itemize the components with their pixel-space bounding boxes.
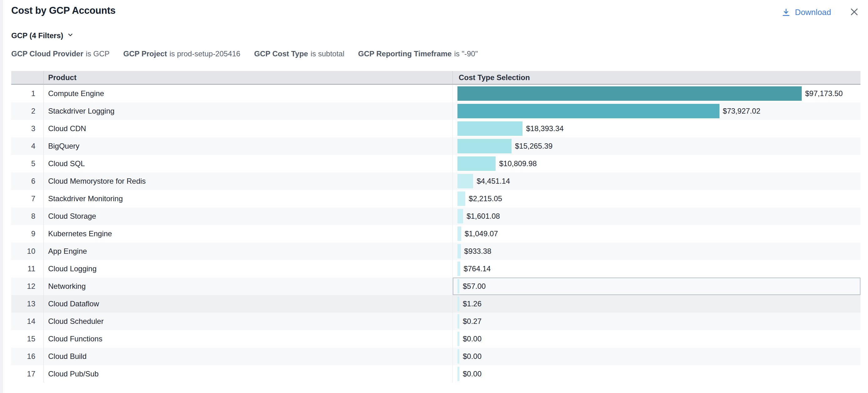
- download-button[interactable]: Download: [781, 7, 831, 17]
- row-index: 2: [11, 102, 44, 120]
- product-cell[interactable]: Stackdriver Logging: [44, 102, 453, 120]
- value-label: $0.27: [463, 317, 482, 326]
- value-cell[interactable]: $1,601.08: [453, 207, 861, 225]
- header-value-column[interactable]: Cost Type Selection: [453, 71, 861, 84]
- filter-summary-dropdown[interactable]: GCP (4 Filters): [11, 31, 74, 40]
- value-cell[interactable]: $764.14: [453, 260, 861, 277]
- product-name: BigQuery: [48, 142, 80, 151]
- product-name: Compute Engine: [48, 89, 104, 98]
- product-cell[interactable]: Cloud Dataflow: [44, 295, 453, 312]
- value-cell[interactable]: $0.00: [453, 347, 861, 365]
- row-index: 17: [11, 365, 44, 383]
- value-cell[interactable]: $1,049.07: [453, 225, 861, 242]
- table-row: 6 Cloud Memorystore for Redis $4,451.14: [11, 173, 861, 190]
- product-name: Networking: [48, 282, 86, 291]
- filter-relation: is GCP: [86, 50, 110, 58]
- product-cell[interactable]: Stackdriver Monitoring: [44, 190, 453, 207]
- value-label: $1.26: [463, 299, 482, 308]
- value-cell[interactable]: $933.38: [453, 242, 861, 260]
- close-icon: [849, 7, 859, 18]
- product-name: Cloud Functions: [48, 334, 102, 343]
- value-cell[interactable]: $4,451.14: [453, 173, 861, 190]
- close-button[interactable]: [849, 7, 859, 18]
- product-cell[interactable]: Cloud CDN: [44, 120, 453, 138]
- chevron-down-icon: [67, 31, 74, 40]
- page-title: Cost by GCP Accounts: [11, 5, 116, 16]
- value-cell[interactable]: $10,809.98: [453, 155, 861, 173]
- product-cell[interactable]: Cloud Storage: [44, 207, 453, 225]
- value-cell[interactable]: $1.26: [453, 295, 861, 312]
- table-row: 16 Cloud Build $0.00: [11, 347, 861, 365]
- filter-summary-label: GCP (4 Filters): [11, 31, 63, 40]
- cost-bar: [458, 367, 459, 381]
- value-label: $18,393.34: [526, 124, 563, 133]
- value-label: $933.38: [464, 247, 492, 255]
- product-cell[interactable]: Cloud Logging: [44, 260, 453, 277]
- product-cell[interactable]: BigQuery: [44, 138, 453, 155]
- product-cell[interactable]: Cloud Pub/Sub: [44, 365, 453, 383]
- value-cell[interactable]: $73,927.02: [453, 102, 861, 120]
- value-label: $4,451.14: [476, 177, 510, 186]
- cost-by-gcp-accounts-dialog: Cost by GCP Accounts Download GCP (4 Fil…: [0, 0, 868, 393]
- table-header: Product Cost Type Selection: [11, 71, 861, 85]
- value-cell[interactable]: $18,393.34: [453, 120, 861, 138]
- product-cell[interactable]: App Engine: [44, 242, 453, 260]
- filter-chip-timeframe: GCP Reporting Timeframeis "-90": [358, 50, 478, 58]
- product-cell[interactable]: Compute Engine: [44, 85, 453, 102]
- download-icon: [781, 8, 791, 17]
- value-cell[interactable]: $0.00: [453, 330, 861, 347]
- product-cell[interactable]: Cloud SQL: [44, 155, 453, 173]
- cost-bar: [458, 279, 459, 294]
- product-cell[interactable]: Cloud Build: [44, 347, 453, 365]
- product-cell[interactable]: Cloud Scheduler: [44, 312, 453, 330]
- value-label: $0.00: [463, 369, 482, 378]
- table-row: 3 Cloud CDN $18,393.34: [11, 120, 861, 138]
- product-name: Cloud CDN: [48, 124, 86, 133]
- table-row: 15 Cloud Functions $0.00: [11, 330, 861, 347]
- value-cell[interactable]: $0.00: [453, 365, 861, 383]
- value-cell[interactable]: $57.00: [453, 277, 861, 295]
- table-row: 7 Stackdriver Monitoring $2,215.05: [11, 190, 861, 207]
- cost-bar: [458, 262, 460, 276]
- value-cell[interactable]: $97,173.50: [453, 85, 861, 102]
- product-name: Stackdriver Logging: [48, 107, 115, 116]
- table-row: 4 BigQuery $15,265.39: [11, 138, 861, 155]
- product-name: Cloud Logging: [48, 264, 97, 273]
- filter-chip-project: GCP Projectis prod-setup-205416: [123, 50, 240, 58]
- product-cell[interactable]: Cloud Functions: [44, 330, 453, 347]
- value-label: $1,601.08: [467, 212, 500, 220]
- value-label: $2,215.05: [469, 194, 502, 203]
- value-cell[interactable]: $15,265.39: [453, 138, 861, 155]
- product-cell[interactable]: Kubernetes Engine: [44, 225, 453, 242]
- product-cell[interactable]: Networking: [44, 277, 453, 295]
- header-actions: Download: [781, 7, 859, 18]
- value-cell[interactable]: $2,215.05: [453, 190, 861, 207]
- value-cell[interactable]: $0.27: [453, 312, 861, 330]
- download-label: Download: [795, 7, 831, 17]
- filter-field: GCP Cloud Provider: [11, 50, 83, 58]
- product-cell[interactable]: Cloud Memorystore for Redis: [44, 173, 453, 190]
- row-index: 5: [11, 155, 44, 173]
- table-row: 8 Cloud Storage $1,601.08: [11, 207, 861, 225]
- header-product-column[interactable]: Product: [44, 71, 453, 84]
- value-label: $97,173.50: [805, 89, 843, 98]
- cost-bar: [458, 121, 523, 136]
- cost-bar: [458, 174, 473, 188]
- filter-relation: is "-90": [454, 50, 478, 58]
- cost-bar: [458, 297, 459, 311]
- row-index: 8: [11, 207, 44, 225]
- filter-chip-cloud-provider: GCP Cloud Provideris GCP: [11, 50, 110, 58]
- cost-bar: [458, 104, 719, 118]
- row-index: 3: [11, 120, 44, 138]
- value-label: $10,809.98: [499, 159, 536, 168]
- value-label: $57.00: [463, 282, 486, 291]
- product-name: Cloud Pub/Sub: [48, 369, 98, 378]
- table-row: 13 Cloud Dataflow $1.26: [11, 295, 861, 312]
- row-index: 4: [11, 138, 44, 155]
- header-index-column: [11, 71, 44, 84]
- value-label: $73,927.02: [723, 107, 761, 116]
- filter-relation: is subtotal: [310, 50, 344, 58]
- product-name: Cloud Storage: [48, 212, 96, 220]
- cost-bar: [458, 349, 459, 364]
- cost-table: Product Cost Type Selection 1 Compute En…: [11, 71, 861, 383]
